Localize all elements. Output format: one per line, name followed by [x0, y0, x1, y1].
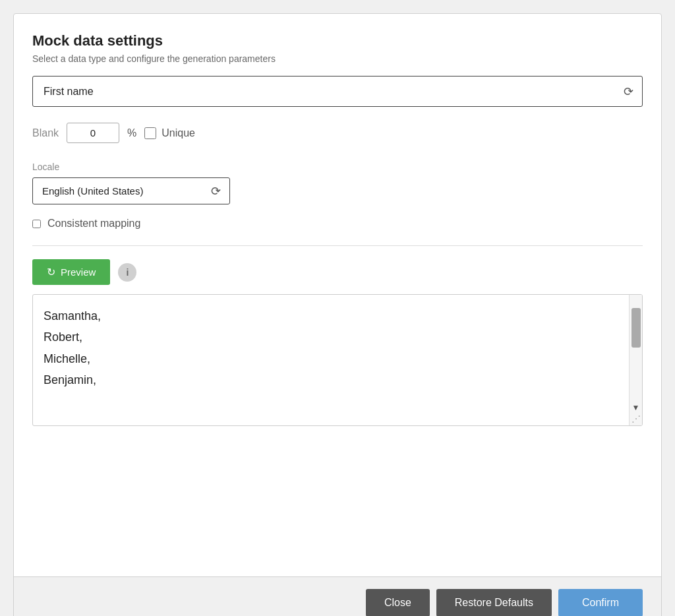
blank-row: Blank % Unique — [32, 123, 643, 143]
mock-data-settings-dialog: Mock data settings Select a data type an… — [13, 13, 662, 616]
preview-item-4: Benjamin, — [44, 369, 631, 390]
data-type-select-wrapper[interactable]: First name Last name Full name Email Pho… — [32, 76, 643, 107]
preview-row: ↻ Preview i — [32, 259, 643, 285]
scrollbar[interactable]: ▼ — [629, 295, 642, 425]
consistent-mapping-row: Consistent mapping — [32, 218, 643, 230]
consistent-mapping-label[interactable]: Consistent mapping — [47, 218, 140, 230]
section-divider — [32, 245, 643, 246]
consistent-mapping-checkbox[interactable] — [32, 220, 41, 228]
data-type-select[interactable]: First name Last name Full name Email Pho… — [32, 76, 643, 107]
dialog-footer: Close Restore Defaults Confirm — [14, 576, 661, 616]
blank-input[interactable] — [67, 123, 119, 143]
preview-button[interactable]: ↻ Preview — [32, 259, 110, 285]
info-icon[interactable]: i — [118, 263, 136, 282]
preview-item-1: Samantha, — [44, 305, 631, 326]
refresh-icon: ↻ — [47, 266, 55, 278]
preview-item-2: Robert, — [44, 326, 631, 348]
blank-label: Blank — [32, 127, 59, 139]
preview-button-label: Preview — [61, 266, 96, 278]
locale-select[interactable]: English (United States) French (France) … — [32, 177, 230, 204]
restore-defaults-button[interactable]: Restore Defaults — [436, 589, 552, 616]
unique-checkbox-wrapper: Unique — [144, 127, 195, 139]
dialog-subtitle: Select a data type and configure the gen… — [32, 53, 643, 64]
info-icon-label: i — [126, 267, 129, 278]
scroll-down-arrow[interactable]: ▼ — [632, 403, 640, 412]
locale-section: Locale English (United States) French (F… — [32, 162, 643, 204]
locale-select-wrapper[interactable]: English (United States) French (France) … — [32, 177, 230, 204]
locale-label: Locale — [32, 162, 643, 172]
close-button[interactable]: Close — [366, 589, 430, 616]
preview-box: Samantha, Robert, Michelle, Benjamin, ▼ … — [32, 294, 643, 426]
confirm-button[interactable]: Confirm — [558, 589, 643, 616]
resize-handle-icon[interactable]: ⋰ — [631, 414, 641, 424]
unique-checkbox[interactable] — [144, 127, 156, 139]
scrollbar-thumb[interactable] — [631, 308, 641, 348]
dialog-title: Mock data settings — [32, 32, 643, 49]
percent-symbol: % — [127, 127, 136, 139]
unique-label[interactable]: Unique — [161, 127, 195, 139]
dialog-content: Mock data settings Select a data type an… — [14, 14, 661, 576]
preview-item-3: Michelle, — [44, 348, 631, 369]
preview-content: Samantha, Robert, Michelle, Benjamin, — [44, 305, 631, 391]
